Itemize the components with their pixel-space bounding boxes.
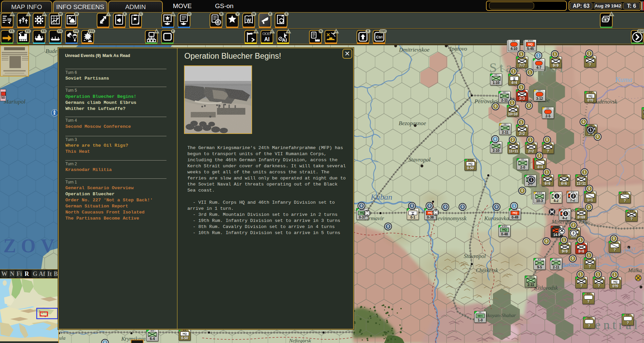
svg-text:Kuma: Kuma [615,76,632,84]
svg-text:Baksan: Baksan [562,262,579,268]
svg-text:Malka: Malka [628,267,642,273]
svg-text:Dmitrievskoe: Dmitrievskoe [399,47,430,53]
svg-text:Stavropol: Stavropol [408,156,431,163]
svg-text:Nevinnomyssk: Nevinnomyssk [433,215,467,222]
svg-text:Ctrl: Ctrl [376,35,382,39]
svg-text:AI: AI [282,37,287,43]
svg-text:W: W [246,18,251,23]
svg-text:ula: ula [59,335,65,341]
svg-text:Kuban: Kuban [370,193,392,201]
svg-text:Kislovodsk: Kislovodsk [534,285,558,291]
svg-text:Cherkessk: Cherkessk [476,267,498,273]
svg-text:Ipatovo: Ipatovo [449,46,467,52]
svg-text:Mariupol: Mariupol [3,98,26,105]
svg-text:Mikoyan-Shahar: Mikoyan-Shahar [482,313,516,318]
svg-text:Neftegorsk: Neftegorsk [289,338,311,343]
svg-text:Buder: Buder [45,48,60,54]
svg-text:Bezopasnoe: Bezopasnoe [399,120,426,126]
svg-text:Stavropol: Stavropol [464,253,486,259]
svg-text:ZOV: ZOV [3,235,59,256]
svg-text:AI: AI [264,36,270,42]
svg-text:Kurasavka: Kurasavka [484,215,509,222]
